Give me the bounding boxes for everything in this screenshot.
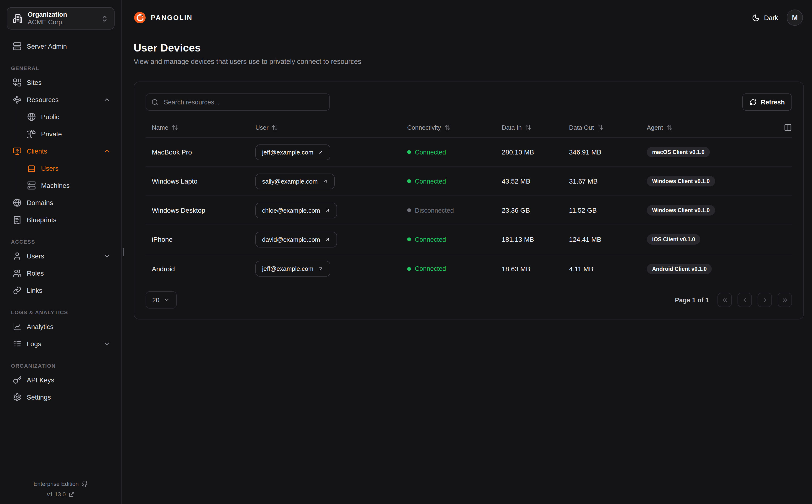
sidebar-item-server-admin[interactable]: Server Admin bbox=[7, 38, 114, 55]
user-link-button[interactable]: sally@example.com bbox=[256, 173, 334, 189]
org-selector-value: ACME Corp. bbox=[28, 18, 95, 26]
column-header-connectivity[interactable]: Connectivity bbox=[407, 124, 502, 131]
sidebar-item-machines-sub[interactable]: Machines bbox=[17, 177, 114, 194]
sidebar-item-users[interactable]: Users bbox=[7, 247, 114, 265]
sidebar-item-resources[interactable]: Resources bbox=[7, 91, 114, 108]
external-link-icon[interactable] bbox=[68, 492, 74, 497]
user-cell: jeff@example.com bbox=[256, 144, 407, 160]
first-page-button[interactable] bbox=[718, 293, 732, 307]
connectivity-status: Connected bbox=[407, 178, 502, 185]
prev-page-button[interactable] bbox=[738, 293, 752, 307]
refresh-label: Refresh bbox=[761, 98, 785, 106]
user-link-button[interactable]: jeff@example.com bbox=[256, 261, 330, 277]
sidebar-item-blueprints[interactable]: Blueprints bbox=[7, 211, 114, 228]
connectivity-status: Connected bbox=[407, 149, 502, 156]
sidebar-item-sites[interactable]: Sites bbox=[7, 74, 114, 91]
page-size-select[interactable]: 20 bbox=[145, 291, 176, 309]
theme-toggle-button[interactable]: Dark bbox=[752, 14, 778, 22]
column-visibility-button[interactable] bbox=[784, 123, 792, 131]
page-header: User Devices View and manage devices tha… bbox=[134, 42, 812, 65]
sidebar-item-logs[interactable]: Logs bbox=[7, 335, 114, 352]
brand-name: PANGOLIN bbox=[151, 14, 192, 21]
next-page-button[interactable] bbox=[758, 293, 772, 307]
globe-icon bbox=[13, 198, 21, 207]
sub-nav-clients: UsersMachines bbox=[17, 160, 114, 194]
search-icon bbox=[151, 98, 158, 106]
status-dot-icon bbox=[407, 267, 411, 271]
building-icon bbox=[13, 14, 22, 23]
connectivity-label: Connected bbox=[415, 178, 446, 185]
sidebar-item-label: Logs bbox=[27, 340, 98, 348]
data-out-value: 4.11 MB bbox=[569, 265, 647, 273]
device-name-cell: MacBook Pro bbox=[145, 148, 256, 156]
moon-icon bbox=[752, 14, 760, 22]
section-heading-logs-analytics: LOGS & ANALYTICS bbox=[7, 309, 114, 315]
sidebar-item-label: Sites bbox=[27, 79, 111, 86]
data-in-value: 280.10 MB bbox=[502, 148, 569, 156]
sidebar-item-settings[interactable]: Settings bbox=[7, 389, 114, 406]
app: Organization ACME Corp. Server AdminGENE… bbox=[0, 0, 812, 504]
chevron-down-icon bbox=[103, 252, 111, 260]
github-icon[interactable] bbox=[82, 481, 88, 487]
page-size-value: 20 bbox=[152, 296, 159, 303]
user-email: sally@example.com bbox=[262, 178, 318, 185]
sort-icon bbox=[597, 124, 603, 130]
chevrons-right-icon bbox=[781, 296, 788, 303]
connectivity-status: Disconnected bbox=[407, 207, 502, 214]
agent-cell: Android Client v0.1.0 bbox=[647, 263, 775, 274]
device-name-cell: Android bbox=[145, 265, 256, 273]
status-dot-icon bbox=[407, 179, 411, 183]
chevron-down-icon bbox=[163, 297, 170, 303]
refresh-button[interactable]: Refresh bbox=[742, 93, 792, 111]
table-row: Androidjeff@example.comConnected18.63 MB… bbox=[145, 254, 792, 283]
column-header-name[interactable]: Name bbox=[145, 124, 256, 131]
laptop-icon bbox=[27, 164, 36, 173]
sidebar-item-api-keys[interactable]: API Keys bbox=[7, 371, 114, 389]
search-input[interactable] bbox=[163, 98, 324, 106]
sort-icon bbox=[444, 124, 451, 130]
users-icon bbox=[13, 269, 21, 278]
sidebar-item-label: Users bbox=[27, 252, 98, 260]
table-row: iPhonedavid@example.comConnected181.13 M… bbox=[145, 225, 792, 254]
agent-badge: Android Client v0.1.0 bbox=[647, 263, 712, 274]
user-link-button[interactable]: david@example.com bbox=[256, 231, 337, 247]
table-row: Windows Desktopchloe@example.comDisconne… bbox=[145, 196, 792, 225]
sidebar-item-clients[interactable]: Clients bbox=[7, 143, 114, 160]
agent-cell: Windows Client v0.1.0 bbox=[647, 176, 775, 186]
sidebar-item-private-sub[interactable]: Private bbox=[17, 125, 114, 143]
table-header: NameUserConnectivityData InData OutAgent bbox=[145, 117, 792, 138]
column-header-user[interactable]: User bbox=[256, 124, 407, 131]
user-link-button[interactable]: jeff@example.com bbox=[256, 144, 330, 160]
sidebar-item-label: Resources bbox=[27, 96, 98, 103]
status-dot-icon bbox=[407, 237, 411, 241]
user-cell: jeff@example.com bbox=[256, 261, 407, 277]
sidebar-item-users-sub[interactable]: Users bbox=[17, 160, 114, 177]
data-in-value: 18.63 MB bbox=[502, 265, 569, 273]
card-toolbar: Refresh bbox=[145, 93, 792, 111]
sidebar-item-analytics[interactable]: Analytics bbox=[7, 318, 114, 335]
sidebar-item-public-sub[interactable]: Public bbox=[17, 108, 114, 125]
sidebar-item-roles[interactable]: Roles bbox=[7, 265, 114, 282]
column-header-data-out[interactable]: Data Out bbox=[569, 124, 647, 131]
org-selector[interactable]: Organization ACME Corp. bbox=[7, 7, 114, 30]
section-heading-general: GENERAL bbox=[7, 65, 114, 71]
user-avatar[interactable]: M bbox=[787, 10, 803, 26]
column-label: Data Out bbox=[569, 124, 594, 131]
combine-icon bbox=[13, 78, 21, 87]
sort-icon bbox=[525, 124, 531, 130]
connectivity-status: Connected bbox=[407, 265, 502, 272]
user-link-button[interactable]: chloe@example.com bbox=[256, 202, 337, 218]
devices-card: Refresh NameUserConnectivityData InData … bbox=[134, 82, 804, 319]
sidebar-item-links[interactable]: Links bbox=[7, 282, 114, 299]
column-label: Name bbox=[152, 124, 168, 131]
column-header-data-in[interactable]: Data In bbox=[502, 124, 569, 131]
agent-cell: iOS Client v0.1.0 bbox=[647, 234, 775, 245]
user-email: jeff@example.com bbox=[262, 265, 313, 272]
last-page-button[interactable] bbox=[778, 293, 792, 307]
search-box[interactable] bbox=[145, 93, 330, 111]
status-dot-icon bbox=[407, 150, 411, 154]
sidebar-item-label: Links bbox=[27, 287, 111, 294]
column-label: Data In bbox=[502, 124, 522, 131]
column-header-agent[interactable]: Agent bbox=[647, 124, 775, 131]
sidebar-item-domains[interactable]: Domains bbox=[7, 194, 114, 211]
